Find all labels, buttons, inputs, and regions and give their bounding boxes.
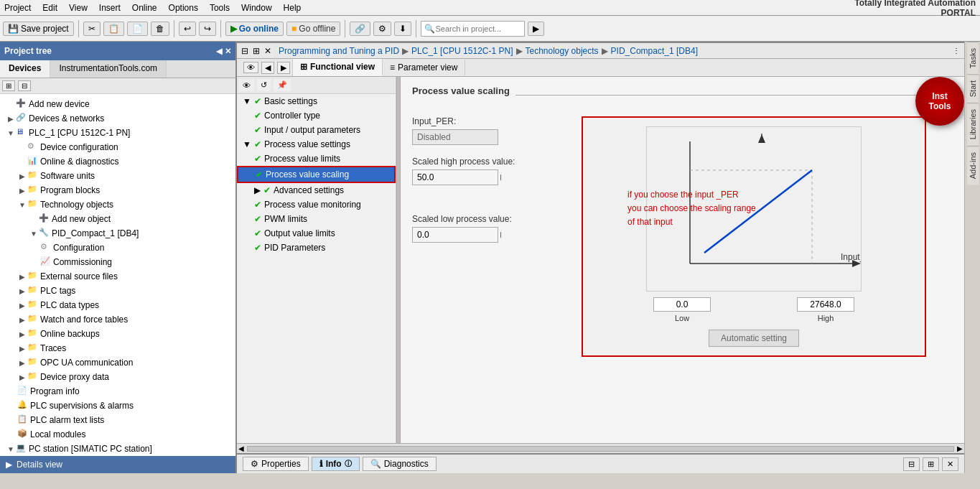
nav-group-advanced[interactable]: ▶ ✔ Advanced settings — [237, 183, 396, 197]
tree-toggle-device-proxy[interactable]: ▶ — [17, 373, 27, 381]
status-minimize-button[interactable]: ⊟ — [903, 457, 920, 471]
tree-item-tech-objects[interactable]: ▼ 📁 Technology objects — [0, 197, 235, 212]
tree-toggle-external-source[interactable]: ▶ — [17, 273, 27, 281]
tree-item-external-source[interactable]: ▶ 📁 External source files — [0, 269, 235, 284]
info-status-item[interactable]: ℹ Info ⓘ — [312, 457, 360, 471]
tree-item-plc-supervisions[interactable]: 🔔 PLC supervisions & alarms — [0, 399, 235, 413]
side-tab-tasks[interactable]: Tasks — [967, 42, 979, 74]
menu-online[interactable]: Online — [132, 3, 157, 13]
tree-toggle-watch-force[interactable]: ▶ — [17, 316, 27, 324]
nav-item-output-limits[interactable]: ✔ Output value limits — [237, 226, 396, 241]
tree-toggle-pid-compact[interactable]: ▼ — [29, 230, 39, 238]
tree-item-plc-alarm[interactable]: 📋 PLC alarm text lists — [0, 413, 235, 427]
menu-project[interactable]: Project — [4, 3, 31, 13]
download-btn[interactable]: ⬇ — [394, 22, 411, 36]
tree-item-plc-data-types[interactable]: ▶ 📁 PLC data types — [0, 298, 235, 312]
tree-item-watch-force[interactable]: ▶ 📁 Watch and force tables — [0, 312, 235, 327]
properties-status-item[interactable]: ⚙ Properties — [243, 457, 309, 471]
nav-item-io-params[interactable]: ✔ Input / output parameters — [237, 123, 396, 137]
save-button[interactable]: 💾 Save project — [3, 22, 74, 36]
tree-item-traces[interactable]: ▶ 📁 Traces — [0, 341, 235, 355]
breadcrumb-item-2[interactable]: Technology objects — [526, 46, 599, 56]
expand-details-icon[interactable]: ▶ — [6, 460, 12, 470]
nav-item-pv-scaling[interactable]: ✔ Process value scaling — [237, 166, 396, 183]
side-tab-addins[interactable]: Add-ins — [967, 146, 979, 185]
tree-item-local-modules[interactable]: 📦 Local modules — [0, 427, 235, 442]
nav-item-pwm-limits[interactable]: ✔ PWM limits — [237, 212, 396, 226]
compile-btn[interactable]: ⚙ — [373, 22, 391, 36]
nav-group-basic-settings[interactable]: ▼ ✔ Basic settings — [237, 94, 396, 108]
menu-view[interactable]: View — [69, 3, 88, 13]
tree-toggle-plc-data-types[interactable]: ▶ — [17, 302, 27, 309]
search-input[interactable] — [435, 24, 521, 33]
tree-toggle-software-units[interactable]: ▶ — [17, 172, 27, 180]
tree-item-add-device[interactable]: ➕ Add new device — [0, 97, 235, 111]
tree-toggle-plc-tags[interactable]: ▶ — [17, 287, 27, 295]
undo-button[interactable]: ↩ — [179, 22, 196, 36]
h-scrollbar[interactable]: ◀ ▶ — [237, 443, 964, 453]
menu-window[interactable]: Window — [241, 3, 272, 13]
automatic-setting-button[interactable]: Automatic setting — [709, 330, 799, 347]
status-maximize-button[interactable]: ⊞ — [923, 457, 939, 471]
nav-item-controller-type[interactable]: ✔ Controller type — [237, 108, 396, 123]
tree-toggle-opc-ua[interactable]: ▶ — [17, 359, 27, 367]
tree-item-commissioning[interactable]: 📈 Commissioning — [0, 255, 235, 269]
tree-item-plc1[interactable]: ▼ 🖥 PLC_1 [CPU 1512C-1 PN] — [0, 126, 235, 140]
panel-minimize-button[interactable]: ◀ — [216, 47, 222, 56]
nav-item-pid-params[interactable]: ✔ PID Parameters — [237, 241, 396, 255]
tree-item-devices-networks[interactable]: ▶ 🔗 Devices & networks — [0, 111, 235, 126]
tree-item-pid-compact[interactable]: ▼ 🔧 PID_Compact_1 [DB4] — [0, 226, 235, 241]
go-offline-button[interactable]: ■ Go offline — [286, 22, 340, 36]
breadcrumb-item-0[interactable]: Programming and Tuning a PID — [279, 46, 399, 56]
input-per-field[interactable] — [412, 129, 498, 145]
window-close-icon[interactable]: ✕ — [264, 46, 271, 56]
nav-pin-button[interactable]: 📌 — [274, 79, 291, 91]
delete-button[interactable]: 🗑 — [151, 22, 169, 36]
view-eyeglass-button[interactable]: 👁 — [243, 62, 258, 73]
menu-insert[interactable]: Insert — [99, 3, 121, 13]
status-close-button[interactable]: ✕ — [942, 457, 958, 471]
menu-tools[interactable]: Tools — [210, 3, 230, 13]
tree-item-online-diagnostics[interactable]: 📊 Online & diagnostics — [0, 154, 235, 169]
scroll-right-icon[interactable]: ▶ — [957, 444, 963, 452]
diagnostics-status-item[interactable]: 🔍 Diagnostics — [363, 457, 437, 471]
menu-help[interactable]: Help — [284, 3, 302, 13]
tree-toggle-program-blocks[interactable]: ▶ — [17, 187, 27, 195]
tab-parameter-view[interactable]: ≡ Parameter view — [383, 60, 465, 75]
low-value-field[interactable] — [653, 297, 711, 312]
tree-expand-all-button[interactable]: ⊞ — [2, 80, 15, 91]
tree-collapse-all-button[interactable]: ⊟ — [18, 80, 31, 91]
tab-functional-view[interactable]: ⊞ Functional view — [293, 59, 383, 76]
window-maximize-icon[interactable]: ⊞ — [253, 46, 260, 56]
breadcrumb-menu-icon[interactable]: ⋮ — [953, 47, 960, 55]
tree-item-device-config[interactable]: ⚙ Device configuration — [0, 140, 235, 154]
nav-item-pv-limits[interactable]: ✔ Process value limits — [237, 152, 396, 166]
tree-item-device-proxy[interactable]: ▶ 📁 Device proxy data — [0, 370, 235, 384]
nav-group-process-value[interactable]: ▼ ✔ Process value settings — [237, 137, 396, 152]
tab-instrumentation[interactable]: InstrumentationTools.com — [50, 60, 167, 78]
paste-button[interactable]: 📄 — [127, 22, 148, 36]
tree-item-software-units[interactable]: ▶ 📁 Software units — [0, 169, 235, 183]
tree-toggle-tech-objects[interactable]: ▼ — [17, 201, 27, 209]
nav-eye-button[interactable]: 👁 — [239, 80, 254, 91]
cut-button[interactable]: ✂ — [83, 22, 101, 36]
panel-close-button[interactable]: ✕ — [225, 47, 231, 56]
copy-button[interactable]: 📋 — [103, 22, 124, 36]
nav-item-pv-monitoring[interactable]: ✔ Process value monitoring — [237, 197, 396, 212]
tree-toggle-plc1[interactable]: ▼ — [6, 129, 16, 137]
high-value-field[interactable] — [797, 297, 854, 312]
tree-toggle-traces[interactable]: ▶ — [17, 345, 27, 353]
tree-item-plc-tags[interactable]: ▶ 📁 PLC tags — [0, 284, 235, 298]
menu-options[interactable]: Options — [169, 3, 198, 13]
tree-toggle-online-backups[interactable]: ▶ — [17, 330, 27, 338]
tree-item-pc-station[interactable]: ▼ 💻 PC station [SIMATIC PC station] — [0, 442, 235, 456]
scaled-high-field[interactable] — [412, 169, 498, 185]
search-go-button[interactable]: ▶ — [528, 22, 544, 36]
nav-refresh-button[interactable]: ↺ — [257, 79, 271, 91]
tree-item-add-object[interactable]: ➕ Add new object — [0, 212, 235, 226]
tree-item-online-backups[interactable]: ▶ 📁 Online backups — [0, 327, 235, 341]
tree-item-program-blocks[interactable]: ▶ 📁 Program blocks — [0, 183, 235, 197]
network-btn[interactable]: 🔗 — [350, 22, 370, 36]
tree-item-opc-ua[interactable]: ▶ 📁 OPC UA communication — [0, 355, 235, 370]
view-back-button[interactable]: ◀ — [261, 62, 274, 74]
